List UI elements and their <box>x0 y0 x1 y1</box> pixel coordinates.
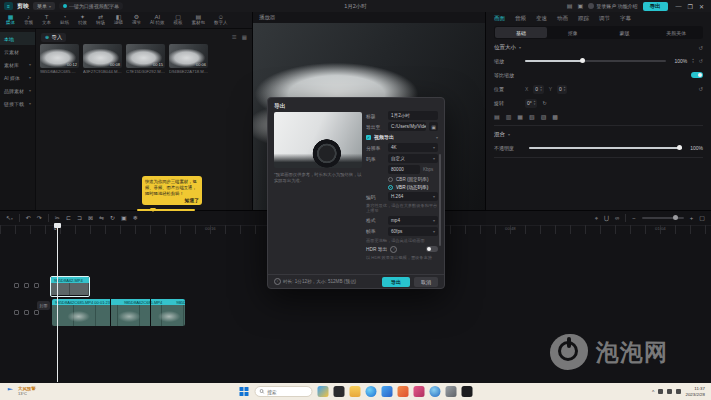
align-center-h-icon[interactable]: ▥ <box>506 113 512 120</box>
select-tool[interactable]: ↖▾ <box>6 215 13 222</box>
track-mute-icon[interactable] <box>14 310 19 315</box>
app-icon[interactable] <box>429 386 440 397</box>
redo-icon[interactable]: ↷ <box>37 215 42 221</box>
folder-browse-button[interactable]: ▣ <box>429 122 438 131</box>
tab-templates[interactable]: ▢模板 <box>174 14 183 26</box>
playhead[interactable] <box>57 224 58 382</box>
export-button-top[interactable]: 导出 <box>643 2 668 11</box>
tray-expand-icon[interactable]: ^ <box>652 389 654 395</box>
menu-button[interactable]: 菜单▾ <box>33 2 55 10</box>
inspector-tab-tracking[interactable]: 跟踪 <box>578 15 589 22</box>
uniform-scale-toggle[interactable] <box>691 72 703 78</box>
sort-icon[interactable]: ☰ <box>232 34 237 40</box>
track-hide-icon[interactable] <box>24 310 29 315</box>
video-export-checkbox[interactable]: ✓ <box>366 135 371 140</box>
inspector-tab-captions[interactable]: 字幕 <box>620 15 631 22</box>
taskbar-search[interactable]: 搜索 <box>254 386 312 397</box>
fit-timeline-icon[interactable]: ▢ <box>699 215 705 221</box>
tip-dismiss-button[interactable]: 知道了 <box>145 197 199 203</box>
framerate-dropdown[interactable]: 60fps▾ <box>388 227 438 236</box>
overlay-clip[interactable]: 9B5D8A62.MP4 <box>50 276 90 297</box>
capcut-app-icon[interactable] <box>461 386 472 397</box>
timeline-zoom-slider[interactable] <box>642 217 684 219</box>
media-nav-cloud[interactable]: 云素材 <box>0 45 35 58</box>
network-icon[interactable] <box>658 389 663 394</box>
import-button[interactable]: ⊕ 导入 <box>41 33 66 42</box>
tab-asset-pack[interactable]: ▤素材包 <box>192 14 206 26</box>
minimize-button[interactable]: — <box>676 3 682 10</box>
app-icon[interactable] <box>397 386 408 397</box>
media-nav-local[interactable]: 本地 <box>0 32 35 45</box>
title-input[interactable]: 1月2小时 <box>388 111 438 120</box>
tab-media[interactable]: ▦媒体 <box>6 14 15 26</box>
edge-browser-icon[interactable] <box>365 386 376 397</box>
playhead-handle[interactable] <box>54 223 61 228</box>
trim-right-icon[interactable]: ⊐ <box>77 215 82 221</box>
opacity-slider[interactable] <box>529 147 682 149</box>
tab-text[interactable]: T文本 <box>42 14 51 26</box>
align-top-icon[interactable]: ▧ <box>529 113 535 120</box>
zoom-in-icon[interactable]: + <box>690 215 694 221</box>
tab-adjust[interactable]: ⚙调节 <box>132 14 141 26</box>
position-x-input[interactable]: 0▴▾ <box>533 85 543 94</box>
track-lock-icon[interactable] <box>34 283 39 288</box>
hdr-toggle[interactable] <box>426 246 438 252</box>
media-thumbnail[interactable]: 00:08 A3F27C91B044.MP4 <box>83 44 122 74</box>
reset-icon[interactable]: ↺ <box>699 58 703 64</box>
blend-section[interactable]: 混合 <box>494 131 505 138</box>
codec-dropdown[interactable]: H.264▾ <box>388 192 438 201</box>
task-view-icon[interactable] <box>333 386 344 397</box>
layout-icon[interactable]: ▤ <box>567 3 573 9</box>
vbr-radio-row[interactable]: VBR (动态码率) <box>366 184 438 190</box>
media-nav-link-download[interactable]: 链接下载▾ <box>0 97 35 110</box>
taskbar-clock[interactable]: 11:37 2023/2/28 <box>685 386 705 396</box>
photos-app-icon[interactable] <box>381 386 392 397</box>
tab-ai-effects[interactable]: AIAI 特效 <box>150 14 165 26</box>
media-nav-library[interactable]: 素材库▾ <box>0 58 35 71</box>
magnet-icon[interactable]: ⋃ <box>604 215 609 221</box>
inspector-tab-speed[interactable]: 变速 <box>536 15 547 22</box>
scale-stepper[interactable]: ▴▾ <box>692 58 694 63</box>
track-lock-icon[interactable] <box>34 310 39 315</box>
align-center-v-icon[interactable]: ▨ <box>541 113 547 120</box>
cloud-sync-icon[interactable]: ▣ <box>578 3 584 9</box>
align-bottom-icon[interactable]: ▩ <box>552 113 558 120</box>
account-login[interactable]: 登录账户 功能介绍 <box>588 3 637 9</box>
tab-digital-human[interactable]: ☺数字人 <box>214 14 228 26</box>
rotate-input[interactable]: 0°▴▾ <box>525 99 537 108</box>
format-dropdown[interactable]: mp4▾ <box>388 216 438 225</box>
close-button[interactable]: ✕ <box>699 3 704 10</box>
tab-effects[interactable]: ✦特效 <box>78 14 87 26</box>
dialog-export-button[interactable]: 导出 <box>382 277 410 287</box>
settings-icon[interactable] <box>445 386 456 397</box>
file-explorer-icon[interactable] <box>349 386 360 397</box>
track-hide-icon[interactable] <box>24 283 29 288</box>
resolution-dropdown[interactable]: 4K▾ <box>388 143 438 152</box>
chevron-down-icon[interactable]: ▾ <box>436 135 438 140</box>
grid-view-icon[interactable]: ▦ <box>242 34 247 40</box>
delete-icon[interactable]: ⊠ <box>88 215 93 221</box>
inspector-tab-audio[interactable]: 音频 <box>515 15 526 22</box>
main-video-clip[interactable]: 9B5D8A62C685.MP4 00:01:23 9B5D8A62C685.M… <box>52 299 185 326</box>
weather-widget[interactable]: 大风预警 13°C <box>6 387 36 396</box>
reset-icon[interactable]: ↺ <box>698 86 703 92</box>
media-thumbnail[interactable]: 00:06 D94B6E22A718.MP4 <box>169 44 208 74</box>
position-size-section[interactable]: 位置大小 <box>494 44 516 51</box>
subtab-mask[interactable]: 蒙版 <box>599 27 651 38</box>
dialog-cancel-button[interactable]: 取消 <box>414 277 438 287</box>
tab-filters[interactable]: ◧滤镜 <box>114 14 123 26</box>
opacity-value[interactable]: 100% <box>687 145 703 151</box>
link-icon[interactable]: ∞ <box>615 215 619 221</box>
volume-icon[interactable] <box>667 389 672 394</box>
dialog-scrollbar[interactable] <box>439 154 441 246</box>
undo-icon[interactable]: ↶ <box>26 215 31 221</box>
subtab-cutout[interactable]: 抠像 <box>547 27 599 38</box>
media-thumbnail[interactable]: 00:15 C7E15D30F292.MP4 <box>126 44 165 74</box>
battery-icon[interactable] <box>676 389 681 394</box>
subtab-beauty[interactable]: 美颜美体 <box>650 27 702 38</box>
inspector-tab-animation[interactable]: 动画 <box>557 15 568 22</box>
tab-audio[interactable]: ♪音频 <box>24 14 33 26</box>
export-path-input[interactable]: C:/Users/My/Videos/... <box>388 122 426 131</box>
scale-slider[interactable] <box>525 60 666 62</box>
cbr-radio-row[interactable]: CBR (固定码率) <box>366 176 438 182</box>
